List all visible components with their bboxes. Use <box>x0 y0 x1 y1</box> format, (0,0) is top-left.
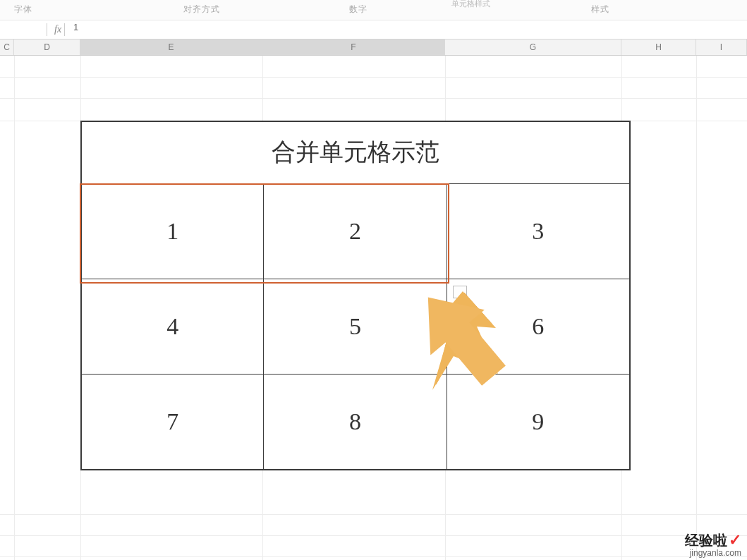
ribbon-group-number: 数字 <box>349 4 368 16</box>
quick-analysis-button[interactable] <box>453 286 467 298</box>
ribbon-group-font: 字体 <box>14 4 32 16</box>
divider <box>47 23 47 36</box>
gridline <box>0 535 747 536</box>
ribbon-group-style: 样式 <box>591 4 609 16</box>
divider <box>64 23 65 36</box>
col-header-h[interactable]: H <box>621 39 696 55</box>
cell-6[interactable]: 6 <box>447 279 630 374</box>
watermark-text: 经验啦 <box>685 532 727 548</box>
gridline <box>0 556 747 557</box>
cell-3[interactable]: 3 <box>447 183 630 279</box>
col-header-e[interactable]: E <box>80 39 262 55</box>
col-header-f[interactable]: F <box>262 39 445 55</box>
gridline <box>0 98 747 99</box>
cell-4[interactable]: 4 <box>81 279 264 374</box>
ribbon-group-labels: 单元格样式 字体 对齐方式 数字 样式 <box>0 0 747 20</box>
gridline <box>0 514 747 515</box>
cell-1[interactable]: 1 <box>81 183 264 279</box>
cell-9[interactable]: 9 <box>447 374 630 470</box>
column-headers: C D E F G H I <box>0 39 747 56</box>
check-icon: ✓ <box>729 531 741 549</box>
cell-7[interactable]: 7 <box>81 374 264 470</box>
ribbon-group-align: 对齐方式 <box>183 4 220 16</box>
watermark-url: jingyanla.com <box>685 549 741 558</box>
formula-bar: fx 1 <box>0 20 747 39</box>
fx-icon[interactable]: fx <box>54 24 61 35</box>
cell-2[interactable]: 2 <box>264 183 447 279</box>
name-box[interactable] <box>0 21 44 38</box>
table-title-cell[interactable]: 合并单元格示范 <box>81 121 630 183</box>
watermark: 经验啦✓ jingyanla.com <box>685 532 741 558</box>
col-header-d[interactable]: D <box>14 39 80 55</box>
col-header-c[interactable]: C <box>0 39 14 55</box>
gridline <box>696 56 697 560</box>
cell-styles-button[interactable]: 单元格样式 <box>451 0 490 9</box>
cell-8[interactable]: 8 <box>264 374 447 470</box>
gridline <box>0 77 747 78</box>
col-header-g[interactable]: G <box>445 39 621 55</box>
formula-input[interactable]: 1 <box>68 22 747 37</box>
worksheet-area[interactable]: 合并单元格示范 1 2 3 4 5 6 7 8 9 经验啦✓ <box>0 56 747 560</box>
cell-5[interactable]: 5 <box>264 279 447 374</box>
gridline <box>14 56 15 560</box>
merge-demo-table: 合并单元格示范 1 2 3 4 5 6 7 8 9 <box>80 121 631 470</box>
col-header-i[interactable]: I <box>696 39 747 55</box>
